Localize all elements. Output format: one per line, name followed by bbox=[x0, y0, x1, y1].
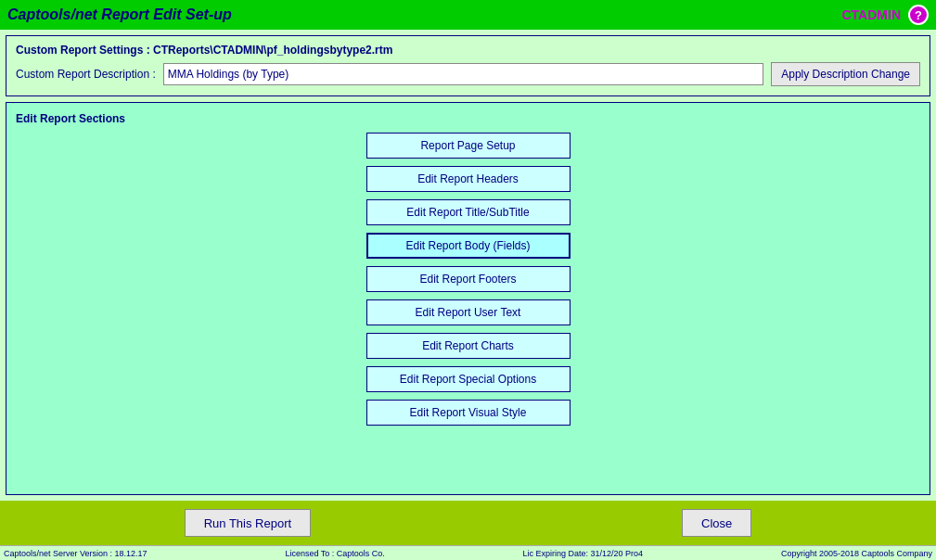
help-icon[interactable]: ? bbox=[908, 5, 929, 25]
section-btn-2[interactable]: Edit Report Title/SubTitle bbox=[366, 199, 571, 225]
footer: Captools/net Server Version : 18.12.17 L… bbox=[0, 545, 936, 560]
section-btn-4[interactable]: Edit Report Footers bbox=[366, 266, 571, 292]
main-content: Custom Report Settings : CTReports\CTADM… bbox=[0, 30, 936, 501]
section-btn-3[interactable]: Edit Report Body (Fields) bbox=[366, 233, 571, 259]
edit-sections: Edit Report Sections Report Page SetupEd… bbox=[6, 102, 930, 495]
apply-description-button[interactable]: Apply Description Change bbox=[771, 62, 920, 86]
section-btn-1[interactable]: Edit Report Headers bbox=[366, 166, 571, 192]
footer-license: Licensed To : Captools Co. bbox=[285, 549, 384, 558]
top-bar: Captools/net Report Edit Set-up CTADMIN … bbox=[0, 0, 936, 30]
footer-expiry: Lic Expiring Date: 31/12/20 Pro4 bbox=[523, 549, 644, 558]
sections-title: Edit Report Sections bbox=[16, 112, 125, 125]
user-info: CTADMIN ? bbox=[841, 5, 929, 25]
run-report-button[interactable]: Run This Report bbox=[185, 509, 311, 537]
description-input[interactable] bbox=[163, 63, 764, 85]
description-label: Custom Report Description : bbox=[16, 68, 156, 81]
close-button[interactable]: Close bbox=[682, 509, 751, 537]
footer-version: Captools/net Server Version : 18.12.17 bbox=[4, 549, 147, 558]
section-btn-6[interactable]: Edit Report Charts bbox=[366, 333, 571, 359]
section-btn-0[interactable]: Report Page Setup bbox=[366, 133, 571, 159]
bottom-bar: Run This Report Close bbox=[0, 501, 936, 545]
section-btn-8[interactable]: Edit Report Visual Style bbox=[366, 400, 571, 426]
app-title: Captools/net Report Edit Set-up bbox=[7, 6, 232, 23]
section-btn-5[interactable]: Edit Report User Text bbox=[366, 299, 571, 325]
buttons-container: Report Page SetupEdit Report HeadersEdit… bbox=[16, 133, 920, 426]
custom-report-settings: Custom Report Settings : CTReports\CTADM… bbox=[6, 35, 930, 96]
footer-copyright: Copyright 2005-2018 Captools Company bbox=[781, 549, 932, 558]
section-btn-7[interactable]: Edit Report Special Options bbox=[366, 366, 571, 392]
username: CTADMIN bbox=[841, 7, 901, 22]
settings-title: Custom Report Settings : CTReports\CTADM… bbox=[16, 44, 920, 57]
description-row: Custom Report Description : Apply Descri… bbox=[16, 62, 920, 86]
